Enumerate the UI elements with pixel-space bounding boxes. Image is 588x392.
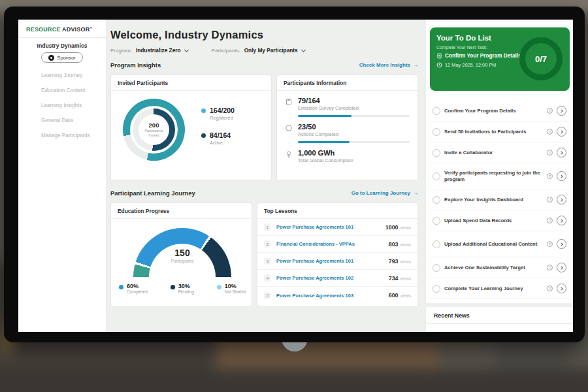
task-label: Complete Your Learning Journey [444,286,543,292]
help-icon[interactable]: ? [547,197,553,203]
help-icon[interactable]: ? [547,150,553,155]
task-open-button[interactable] [557,239,566,249]
sidebar-item-general-data[interactable]: General Data [18,113,106,128]
task-row[interactable]: Send 50 Invitations to Participants ? [430,122,569,142]
lesson-link[interactable]: Power Purchase Agreements 103 [276,293,384,299]
help-icon[interactable]: ? [547,241,553,247]
invited-participants-card: Invited Participants 200 Participants In… [110,74,272,181]
sidebar-item-learning-journey[interactable]: Learning Journey [18,68,106,83]
task-row[interactable]: Confirm Your Program Details ? [430,101,569,122]
section-title: Program Insights [110,61,161,69]
help-icon[interactable]: ? [547,129,553,135]
participants-information-card: Participants Information 79/164 Emission… [276,74,418,181]
sidebar-item-learning-insights[interactable]: Learning Insights [18,98,106,113]
lesson-link[interactable]: Power Purchase Agreements 101 [276,258,384,264]
task-row[interactable]: Explore Your Insights Dashboard ? [430,189,569,210]
stat-value: 79/164 [298,97,410,105]
bulb-icon [285,150,293,158]
program-filter-value: Industrialize Zero [136,47,181,54]
app-logo: RESOURCE ADVISOR+ [18,20,106,38]
check-more-insights-link[interactable]: Check More Insights → [359,62,418,68]
todo-next-task: Confirm Your Program Details [436,53,528,59]
sponsor-icon [48,55,54,61]
dashboard-screen: RESOURCE ADVISOR+ Industry Dynamics Spon… [18,20,573,332]
active-dot-icon [201,133,206,138]
task-checkbox[interactable] [433,172,440,180]
task-row[interactable]: Verify participants requesting to join t… [430,163,569,189]
help-icon[interactable]: ? [547,265,553,270]
donut-center: 200 Participants Invited [139,114,169,145]
task-checkbox[interactable] [433,285,440,293]
sponsor-label: Sponsor [57,55,75,61]
legend-label: Pending [178,289,194,294]
task-row[interactable]: Invite a Collaborator ? [430,142,569,163]
views-label: views [400,276,412,281]
sidebar-item-label: Manage Participants [41,133,90,139]
task-row[interactable]: Achieve One Sustainability Target ? [430,257,569,278]
section-title: Participant Learning Journey [110,189,195,197]
legend-value: 164/200 [210,106,235,114]
lesson-link[interactable]: Power Purchase Agreements 102 [276,275,384,281]
legend-value: 60% [127,283,148,289]
task-row[interactable]: Upload Additional Educational Content ? [430,231,569,257]
rank-badge: 5 [264,292,271,299]
task-checkbox[interactable] [433,128,440,136]
task-row[interactable]: Complete Your Learning Journey ? [430,278,569,299]
logo-plus: + [90,25,92,29]
go-to-learning-journey-link[interactable]: Go to Learning Journey → [351,190,418,196]
task-row[interactable]: Upload Spend Data Records ? [430,210,569,231]
main-content: Welcome, Industry Dynamics Program: Indu… [106,20,425,332]
legend-completed: 60% Completed [119,283,148,294]
task-open-button[interactable] [557,195,566,204]
task-open-button[interactable] [557,106,566,116]
task-open-button[interactable] [557,216,566,225]
sponsor-badge[interactable]: Sponsor [41,52,83,63]
lesson-row: 3 Power Purchase Agreements 101 793views [257,253,417,270]
views-label: views [400,259,412,264]
filters-row: Program: Industrialize Zero Participants… [110,47,418,54]
org-name: Industry Dynamics [18,42,106,49]
sidebar-item-education-content[interactable]: Education Content [18,83,106,98]
help-icon[interactable]: ? [547,108,553,114]
participants-dropdown[interactable]: Participants: Only My Participants [212,47,305,54]
legend-registered: 164/200 Registered [201,106,235,121]
task-checkbox[interactable] [433,264,440,272]
arrow-right-icon: → [413,62,418,68]
task-label: Upload Additional Educational Content [444,241,543,248]
link-label: Check More Insights [359,62,410,68]
task-checkbox[interactable] [433,217,440,225]
todo-summary-card: Your To Do List Complete Your Next Task:… [430,27,570,91]
task-open-button[interactable] [557,263,566,272]
sidebar-item-manage-participants[interactable]: Manage Participants [18,128,106,143]
task-open-button[interactable] [557,127,566,137]
progress-track [298,115,410,117]
task-checkbox[interactable] [433,196,440,204]
lesson-link[interactable]: Financial Considerations - VPPAs [276,241,384,247]
background-desk-bottom [0,369,588,392]
task-checkbox[interactable] [433,240,440,248]
legend-value: 10% [225,283,246,289]
top-lessons-card: Top Lessons 1 Power Purchase Agreements … [257,203,418,307]
sidebar-nav: Home Insights Education Learning Journey… [18,68,106,143]
task-label: Invite a Collaborator [444,150,543,156]
stat-global-consumption: 1,000 GWh Total Global Consumption [277,143,417,163]
task-open-button[interactable] [557,284,566,293]
task-checkbox[interactable] [433,107,440,115]
legend-label: Registered [210,115,235,121]
help-icon[interactable]: ? [547,286,553,291]
task-open-button[interactable] [557,171,566,181]
stat-label: Emission Survey Completed [298,105,410,111]
education-gauge-chart: 150 Participants [133,228,231,277]
help-icon[interactable]: ? [547,173,553,179]
chevron-down-icon [301,47,306,52]
task-open-button[interactable] [557,148,566,157]
help-icon[interactable]: ? [547,218,553,223]
program-dropdown[interactable]: Program: Industrialize Zero [110,47,188,54]
task-checkbox[interactable] [433,149,440,157]
gauge-legend: 60% Completed 30% Pending [119,283,246,294]
program-filter-label: Program: [110,48,132,54]
lesson-link[interactable]: Power Purchase Agreements 101 [276,224,380,230]
stat-label: Actions Completed [298,131,410,137]
lesson-row: 4 Power Purchase Agreements 102 734views [257,270,417,287]
todo-panel: Your To Do List Complete Your Next Task:… [425,20,573,332]
